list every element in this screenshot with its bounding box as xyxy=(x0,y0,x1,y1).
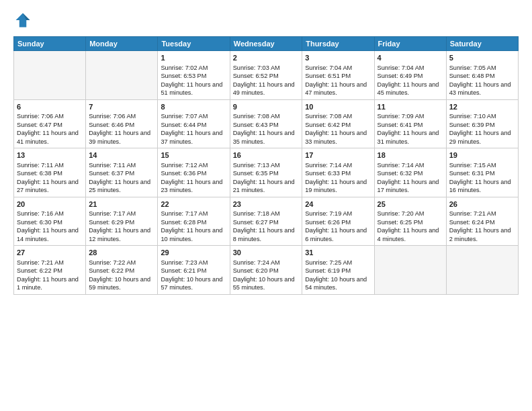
calendar-header-sunday: Sunday xyxy=(14,37,86,51)
day-info: Sunrise: 7:06 AM Sunset: 6:46 PM Dayligh… xyxy=(89,112,154,146)
calendar-cell: 13Sunrise: 7:11 AM Sunset: 6:38 PM Dayli… xyxy=(14,148,86,197)
day-number: 1 xyxy=(161,53,226,63)
calendar-cell: 21Sunrise: 7:17 AM Sunset: 6:29 PM Dayli… xyxy=(86,197,158,246)
calendar-cell: 18Sunrise: 7:14 AM Sunset: 6:32 PM Dayli… xyxy=(374,148,446,197)
calendar-cell: 3Sunrise: 7:04 AM Sunset: 6:51 PM Daylig… xyxy=(302,51,374,100)
calendar-cell: 25Sunrise: 7:20 AM Sunset: 6:25 PM Dayli… xyxy=(374,197,446,246)
calendar-cell: 8Sunrise: 7:07 AM Sunset: 6:44 PM Daylig… xyxy=(158,99,230,148)
calendar-cell xyxy=(374,246,446,295)
day-number: 23 xyxy=(233,199,300,210)
calendar-cell: 4Sunrise: 7:04 AM Sunset: 6:49 PM Daylig… xyxy=(374,51,446,100)
day-number: 7 xyxy=(89,102,154,112)
calendar-cell: 19Sunrise: 7:15 AM Sunset: 6:31 PM Dayli… xyxy=(446,148,518,197)
day-number: 5 xyxy=(449,53,515,63)
calendar-cell xyxy=(86,51,158,100)
day-info: Sunrise: 7:24 AM Sunset: 6:20 PM Dayligh… xyxy=(233,259,300,292)
logo xyxy=(13,11,35,30)
day-number: 18 xyxy=(378,150,443,161)
day-number: 15 xyxy=(161,150,226,161)
calendar-week-3: 13Sunrise: 7:11 AM Sunset: 6:38 PM Dayli… xyxy=(14,148,519,197)
day-info: Sunrise: 7:23 AM Sunset: 6:21 PM Dayligh… xyxy=(161,259,226,292)
day-info: Sunrise: 7:18 AM Sunset: 6:27 PM Dayligh… xyxy=(233,210,300,243)
page: SundayMondayTuesdayWednesdayThursdayFrid… xyxy=(0,0,532,411)
calendar-cell: 1Sunrise: 7:02 AM Sunset: 6:53 PM Daylig… xyxy=(158,51,230,100)
calendar-cell: 17Sunrise: 7:14 AM Sunset: 6:33 PM Dayli… xyxy=(302,148,374,197)
calendar-cell: 29Sunrise: 7:23 AM Sunset: 6:21 PM Dayli… xyxy=(158,246,230,295)
day-number: 16 xyxy=(233,150,300,161)
day-number: 11 xyxy=(378,102,443,112)
day-number: 21 xyxy=(89,199,154,210)
day-number: 10 xyxy=(305,102,371,112)
day-info: Sunrise: 7:17 AM Sunset: 6:29 PM Dayligh… xyxy=(89,210,154,243)
calendar-week-2: 6Sunrise: 7:06 AM Sunset: 6:47 PM Daylig… xyxy=(14,99,519,148)
day-number: 14 xyxy=(89,150,154,161)
calendar-cell: 9Sunrise: 7:08 AM Sunset: 6:43 PM Daylig… xyxy=(230,99,302,148)
day-info: Sunrise: 7:02 AM Sunset: 6:53 PM Dayligh… xyxy=(161,64,226,97)
day-info: Sunrise: 7:11 AM Sunset: 6:38 PM Dayligh… xyxy=(17,161,83,195)
day-number: 20 xyxy=(17,199,83,210)
calendar-cell: 28Sunrise: 7:22 AM Sunset: 6:22 PM Dayli… xyxy=(86,246,158,295)
day-info: Sunrise: 7:08 AM Sunset: 6:42 PM Dayligh… xyxy=(305,112,371,146)
calendar-cell: 31Sunrise: 7:25 AM Sunset: 6:19 PM Dayli… xyxy=(302,246,374,295)
day-number: 27 xyxy=(17,248,83,258)
day-info: Sunrise: 7:20 AM Sunset: 6:25 PM Dayligh… xyxy=(378,210,443,243)
day-info: Sunrise: 7:05 AM Sunset: 6:48 PM Dayligh… xyxy=(449,64,515,97)
day-number: 31 xyxy=(305,248,371,258)
day-info: Sunrise: 7:12 AM Sunset: 6:36 PM Dayligh… xyxy=(161,161,226,195)
calendar-cell: 12Sunrise: 7:10 AM Sunset: 6:39 PM Dayli… xyxy=(446,99,518,148)
day-info: Sunrise: 7:08 AM Sunset: 6:43 PM Dayligh… xyxy=(233,112,300,146)
day-number: 17 xyxy=(305,150,371,161)
day-info: Sunrise: 7:13 AM Sunset: 6:35 PM Dayligh… xyxy=(233,161,300,195)
calendar-cell: 11Sunrise: 7:09 AM Sunset: 6:41 PM Dayli… xyxy=(374,99,446,148)
calendar-cell xyxy=(14,51,86,100)
day-number: 28 xyxy=(89,248,154,258)
day-number: 3 xyxy=(305,53,371,63)
day-info: Sunrise: 7:21 AM Sunset: 6:22 PM Dayligh… xyxy=(17,259,83,292)
day-number: 9 xyxy=(233,102,300,112)
day-number: 25 xyxy=(378,199,443,210)
calendar-cell: 23Sunrise: 7:18 AM Sunset: 6:27 PM Dayli… xyxy=(230,197,302,246)
calendar-header-wednesday: Wednesday xyxy=(230,37,302,51)
calendar-week-5: 27Sunrise: 7:21 AM Sunset: 6:22 PM Dayli… xyxy=(14,246,519,295)
day-info: Sunrise: 7:21 AM Sunset: 6:24 PM Dayligh… xyxy=(449,210,515,243)
day-number: 8 xyxy=(161,102,226,112)
day-info: Sunrise: 7:10 AM Sunset: 6:39 PM Dayligh… xyxy=(449,112,515,146)
calendar-week-4: 20Sunrise: 7:16 AM Sunset: 6:30 PM Dayli… xyxy=(14,197,519,246)
day-info: Sunrise: 7:22 AM Sunset: 6:22 PM Dayligh… xyxy=(89,259,154,292)
day-info: Sunrise: 7:06 AM Sunset: 6:47 PM Dayligh… xyxy=(17,112,83,146)
calendar-header-monday: Monday xyxy=(86,37,158,51)
calendar-cell: 24Sunrise: 7:19 AM Sunset: 6:26 PM Dayli… xyxy=(302,197,374,246)
calendar-cell: 20Sunrise: 7:16 AM Sunset: 6:30 PM Dayli… xyxy=(14,197,86,246)
day-info: Sunrise: 7:19 AM Sunset: 6:26 PM Dayligh… xyxy=(305,210,371,243)
day-number: 24 xyxy=(305,199,371,210)
day-number: 19 xyxy=(449,150,515,161)
calendar-header-row: SundayMondayTuesdayWednesdayThursdayFrid… xyxy=(14,37,519,51)
calendar-cell: 15Sunrise: 7:12 AM Sunset: 6:36 PM Dayli… xyxy=(158,148,230,197)
day-number: 30 xyxy=(233,248,300,258)
calendar-cell: 10Sunrise: 7:08 AM Sunset: 6:42 PM Dayli… xyxy=(302,99,374,148)
calendar-cell: 7Sunrise: 7:06 AM Sunset: 6:46 PM Daylig… xyxy=(86,99,158,148)
calendar-header-friday: Friday xyxy=(374,37,446,51)
day-info: Sunrise: 7:14 AM Sunset: 6:33 PM Dayligh… xyxy=(305,161,371,195)
header xyxy=(13,11,519,30)
day-number: 2 xyxy=(233,53,300,63)
calendar-cell: 14Sunrise: 7:11 AM Sunset: 6:37 PM Dayli… xyxy=(86,148,158,197)
calendar-header-saturday: Saturday xyxy=(446,37,518,51)
day-info: Sunrise: 7:15 AM Sunset: 6:31 PM Dayligh… xyxy=(449,161,515,195)
day-number: 6 xyxy=(17,102,83,112)
calendar-cell: 26Sunrise: 7:21 AM Sunset: 6:24 PM Dayli… xyxy=(446,197,518,246)
calendar-table: SundayMondayTuesdayWednesdayThursdayFrid… xyxy=(13,36,519,295)
calendar-cell: 6Sunrise: 7:06 AM Sunset: 6:47 PM Daylig… xyxy=(14,99,86,148)
calendar-header-tuesday: Tuesday xyxy=(158,37,230,51)
calendar-cell: 2Sunrise: 7:03 AM Sunset: 6:52 PM Daylig… xyxy=(230,51,302,100)
day-info: Sunrise: 7:04 AM Sunset: 6:51 PM Dayligh… xyxy=(305,64,371,97)
day-number: 12 xyxy=(449,102,515,112)
calendar-cell: 22Sunrise: 7:17 AM Sunset: 6:28 PM Dayli… xyxy=(158,197,230,246)
calendar-week-1: 1Sunrise: 7:02 AM Sunset: 6:53 PM Daylig… xyxy=(14,51,519,100)
calendar-cell: 16Sunrise: 7:13 AM Sunset: 6:35 PM Dayli… xyxy=(230,148,302,197)
day-number: 22 xyxy=(161,199,226,210)
day-info: Sunrise: 7:17 AM Sunset: 6:28 PM Dayligh… xyxy=(161,210,226,243)
calendar-cell xyxy=(446,246,518,295)
calendar-cell: 27Sunrise: 7:21 AM Sunset: 6:22 PM Dayli… xyxy=(14,246,86,295)
day-info: Sunrise: 7:25 AM Sunset: 6:19 PM Dayligh… xyxy=(305,259,371,292)
